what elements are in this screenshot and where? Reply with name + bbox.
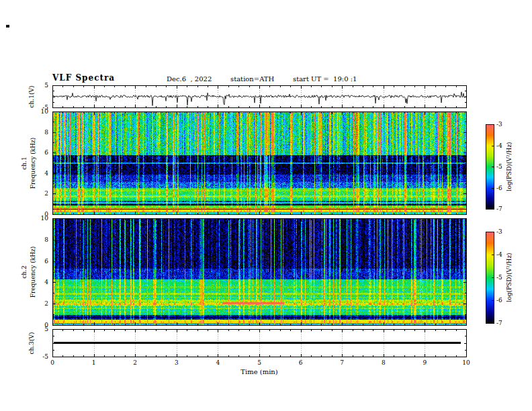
station-label: station=ATH [230,75,274,83]
colorbar-ch2 [486,232,494,324]
colorbar2-tick-label: -3 [496,229,511,235]
colorbar1-tick-label: -3 [496,122,511,128]
ch2-spectrogram-canvas [52,218,467,326]
frequency-tick-label: 4 [34,279,48,285]
frequency-tick-label: 2 [34,191,48,197]
frequency-tick-label: 2 [34,301,48,307]
colorbar1-tick-label: -4 [496,143,511,149]
colorbar2-tick-label: -6 [496,298,511,304]
x-tick-label: 9 [418,360,431,366]
colorbar2-tick-label: -7 [496,320,511,326]
x-tick-label: 1 [87,360,101,366]
frequency-tick-label: 6 [34,150,48,156]
corner-mark [6,25,9,28]
vlf-spectra-figure: VLF Spectra Dec.6 , 2022 station=ATH sta… [0,0,532,411]
ch2-channel-label: ch.2 [21,265,28,278]
ch1-frequency-axis-label: Frequency (kHz) [30,138,36,189]
ch3-waveform-canvas [52,329,467,357]
time-axis-label: Time (min) [226,368,293,375]
frequency-tick-label: 6 [34,259,48,265]
frequency-tick-label: 8 [34,237,48,243]
start-ut-label: start UT = 19:0 :1 [293,75,357,83]
colorbar1-tick-label: -7 [496,206,511,212]
frequency-tick-label: 8 [34,130,48,136]
date-label: Dec.6 , 2022 [167,75,212,83]
x-tick-label: 7 [335,360,349,366]
ch1-waveform-canvas [52,85,467,108]
x-tick-label: 8 [377,360,390,366]
x-tick-label: 6 [294,360,308,366]
x-tick-label: 5 [253,360,266,366]
ch1-channel-label: ch.1 [21,156,28,169]
x-tick-label: 0 [46,360,59,366]
voltage-tick-label: 5 [34,83,48,89]
voltage-tick-label: -5 [34,354,48,360]
colorbar2-tick-label: -5 [496,275,511,281]
frequency-tick-label: 4 [34,171,48,177]
ch2-frequency-axis-label: Frequency (kHz) [30,246,36,298]
x-tick-label: 2 [128,360,142,366]
x-tick-label: 4 [211,360,224,366]
ch3-voltage-axis-label: ch.3(V) [29,332,35,355]
figure-title: VLF Spectra [52,73,115,83]
frequency-tick-label: 10 [34,216,48,222]
colorbar1-tick-label: -5 [496,164,511,170]
voltage-tick-label: -5 [34,105,48,111]
x-tick-label: 10 [459,360,473,366]
ch1-spectrogram-canvas [52,111,467,215]
x-tick-label: 3 [170,360,183,366]
colorbar-ch1 [486,124,494,210]
voltage-tick-label: 5 [34,326,48,332]
colorbar2-tick-label: -4 [496,252,511,258]
colorbar1-tick-label: -6 [496,185,511,191]
